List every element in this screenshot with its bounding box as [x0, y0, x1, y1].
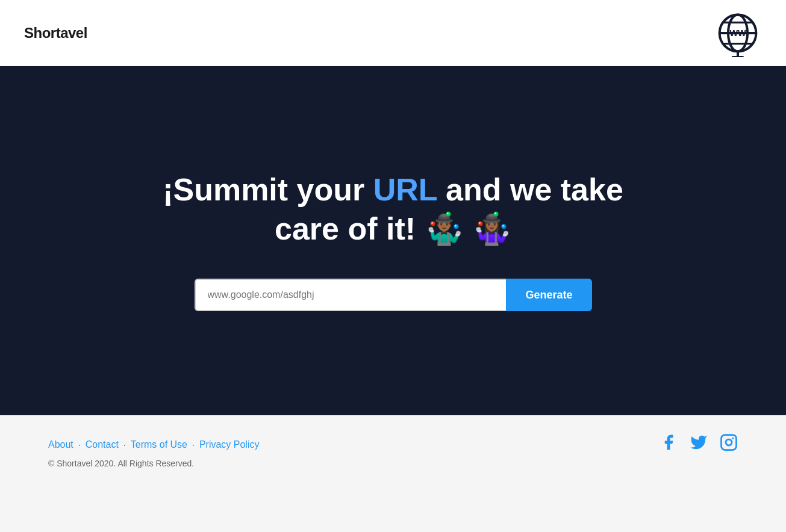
- url-input[interactable]: [195, 279, 507, 311]
- footer-dot-1: ·: [78, 440, 81, 450]
- footer-dot-3: ·: [192, 440, 195, 450]
- footer-link-privacy[interactable]: Privacy Policy: [199, 439, 260, 450]
- footer: About · Contact · Terms of Use · Privacy…: [0, 415, 786, 486]
- footer-left: About · Contact · Terms of Use · Privacy…: [48, 439, 259, 468]
- footer-copyright: © Shortavel 2020. All Rights Reserved.: [48, 459, 259, 468]
- hero-title: ¡Summit your URL and we take care of it!…: [137, 170, 649, 249]
- footer-link-contact[interactable]: Contact: [86, 439, 119, 450]
- svg-rect-8: [722, 435, 737, 450]
- generate-button[interactable]: Generate: [506, 279, 591, 311]
- facebook-icon[interactable]: [660, 433, 678, 451]
- twitter-icon[interactable]: [690, 433, 708, 451]
- svg-text:WW: WW: [729, 28, 746, 37]
- globe-icon: WW: [714, 9, 762, 57]
- url-form: Generate: [195, 279, 592, 311]
- hero-title-url: URL: [373, 172, 437, 207]
- social-icons: [660, 433, 738, 451]
- footer-links: About · Contact · Terms of Use · Privacy…: [48, 439, 259, 450]
- site-logo: Shortavel: [24, 25, 87, 42]
- footer-link-terms[interactable]: Terms of Use: [131, 439, 187, 450]
- svg-point-10: [732, 438, 734, 439]
- instagram-icon[interactable]: [720, 433, 738, 451]
- svg-point-9: [726, 439, 732, 445]
- footer-link-about[interactable]: About: [48, 439, 73, 450]
- header: Shortavel WW: [0, 0, 786, 66]
- footer-dot-2: ·: [123, 440, 126, 450]
- footer-bottom: About · Contact · Terms of Use · Privacy…: [48, 439, 738, 468]
- hero-section: ¡Summit your URL and we take care of it!…: [0, 66, 786, 415]
